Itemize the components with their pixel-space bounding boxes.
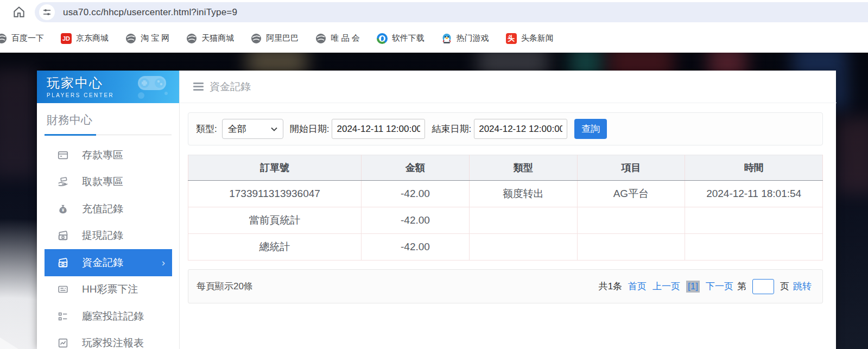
column-header-order-no: 訂單號	[188, 155, 362, 181]
sidebar-item-withdraw[interactable]: 取款專區	[45, 169, 172, 196]
content-header: 資金記錄	[180, 71, 837, 103]
sidebar-item-label: 存款專區	[82, 148, 123, 162]
table-cell-empty	[577, 207, 685, 234]
section-divider	[37, 134, 179, 136]
table-cell-label: 當前頁統計	[188, 207, 362, 234]
column-header-type: 類型	[469, 155, 577, 181]
sidebar-item-funds-record[interactable]: 資金記錄 ›	[45, 249, 172, 276]
end-date-input[interactable]	[474, 119, 567, 139]
sidebar-item-recharge[interactable]: ¥ 充值記錄	[45, 195, 172, 223]
bookmark-label: 唯 品 会	[331, 33, 359, 43]
start-date-input[interactable]	[332, 119, 425, 139]
bookmark-vip[interactable]: 唯 品 会	[315, 33, 359, 44]
column-header-time: 時間	[685, 155, 823, 181]
pagination-bar: 每頁顯示20條 共1条 首页 上一页 [1] 下一页 第 页 跳转	[188, 269, 823, 303]
first-page-link[interactable]: 首页	[628, 280, 647, 293]
search-button[interactable]: 查詢	[574, 119, 607, 139]
page-title: 資金記錄	[210, 80, 251, 94]
jump-prefix-label: 第	[737, 280, 746, 293]
total-count-text: 共1条	[599, 280, 622, 293]
page-size-text: 每頁顯示20條	[197, 280, 253, 293]
table-row-page-total: 當前頁統計 -42.00	[188, 207, 823, 234]
background-blur-blob	[0, 69, 38, 177]
cashout-icon	[57, 230, 69, 242]
home-icon[interactable]	[12, 5, 26, 19]
sidebar-item-label: HH彩票下注	[82, 282, 138, 296]
user-center-panel: 玩家中心 PLAYERS CENTER 財務中心 存款專區	[37, 71, 836, 349]
site-settings-icon[interactable]	[39, 4, 55, 20]
globe-icon	[186, 33, 197, 44]
bookmark-baidu[interactable]: 百度一下	[0, 33, 44, 44]
end-date-label: 結束日期:	[432, 123, 471, 135]
menu-toggle-icon[interactable]	[193, 83, 204, 91]
globe-icon	[125, 33, 136, 44]
hall-bet-record-icon	[57, 310, 69, 322]
table-cell-time: 2024-12-11 18:01:54	[685, 181, 823, 207]
table-header-row: 訂單號 金額 類型 項目 時間	[188, 155, 823, 181]
column-header-amount: 金額	[362, 155, 470, 181]
bookmark-label: 热门游戏	[457, 33, 489, 43]
prev-page-link[interactable]: 上一页	[652, 280, 680, 293]
table-cell-empty	[469, 234, 577, 261]
table-row-grand-total: 總統計 -42.00	[188, 234, 823, 261]
type-select[interactable]: 全部	[222, 119, 283, 139]
bookmark-toutiao[interactable]: 头 头条新闻	[506, 33, 554, 44]
next-page-link[interactable]: 下一页	[706, 280, 733, 293]
software-download-icon	[377, 33, 388, 44]
deposit-icon	[57, 149, 69, 161]
sidebar-item-label: 取款專區	[82, 175, 123, 189]
sidebar-item-deposit[interactable]: 存款專區	[45, 142, 172, 169]
page-jump-input[interactable]	[752, 279, 774, 294]
table-cell-label: 總統計	[188, 234, 362, 261]
sidebar: 玩家中心 PLAYERS CENTER 財務中心 存款專區	[37, 71, 179, 349]
column-header-item: 項目	[577, 155, 685, 181]
globe-icon	[251, 33, 262, 44]
browser-chrome: usa70.cc/hhcp/usercenter.html?iniType=9	[0, 0, 868, 24]
bookmark-software[interactable]: 软件下载	[377, 33, 425, 44]
table-cell-amount: -42.00	[362, 181, 470, 207]
sidebar-item-player-report[interactable]: 玩家投注報表	[45, 330, 172, 349]
sidebar-item-label: 充值記錄	[82, 202, 123, 216]
bookmark-label: 软件下载	[392, 33, 425, 43]
sidebar-item-label: 玩家投注報表	[82, 336, 144, 349]
sidebar-item-hh-lottery[interactable]: HH彩票下注	[45, 276, 172, 303]
jump-link[interactable]: 跳转	[793, 280, 812, 293]
bookmark-taobao[interactable]: 淘 宝 网	[125, 33, 169, 44]
filter-bar: 類型: 全部 開始日期: 結束日期: 查詢	[188, 112, 823, 145]
sidebar-item-hall-bets[interactable]: 廳室投註記錄	[45, 303, 172, 330]
withdraw-icon	[57, 176, 69, 188]
table-cell-amount: -42.00	[362, 234, 470, 261]
table-cell-type: 额度转出	[469, 181, 577, 207]
address-bar[interactable]: usa70.cc/hhcp/usercenter.html?iniType=9	[35, 2, 868, 22]
bookmark-games[interactable]: 热门游戏	[441, 33, 489, 44]
table-cell-empty	[685, 207, 823, 234]
bookmarks-bar: 百度一下 JD 京东商城 淘 宝 网 天猫商城 阿里巴巴 唯 品 会 软件下载	[0, 24, 868, 53]
bookmark-tmall[interactable]: 天猫商城	[186, 33, 234, 44]
type-label: 類型:	[196, 123, 217, 135]
penguin-game-icon	[441, 33, 452, 44]
current-page-indicator: [1]	[686, 281, 700, 293]
sidebar-item-label: 提現記錄	[82, 229, 123, 243]
sidebar-header: 玩家中心 PLAYERS CENTER	[37, 71, 179, 103]
bookmark-alibaba[interactable]: 阿里巴巴	[251, 33, 299, 44]
gamepad-icon	[128, 73, 175, 101]
page-background: 玩家中心 PLAYERS CENTER 財務中心 存款專區	[0, 53, 868, 349]
pagination-controls: 共1条 首页 上一页 [1] 下一页 第 页 跳转	[599, 279, 812, 294]
jump-suffix-label: 页	[780, 280, 789, 293]
bookmark-label: 天猫商城	[201, 33, 234, 43]
url-text[interactable]: usa70.cc/hhcp/usercenter.html?iniType=9	[63, 7, 237, 18]
sidebar-item-label: 廳室投註記錄	[82, 309, 144, 323]
type-select-value: 全部	[228, 123, 246, 135]
svg-text:¥: ¥	[62, 208, 65, 213]
chevron-right-icon: ›	[162, 257, 165, 269]
funds-record-table: 訂單號 金額 類型 項目 時間 1733911313936047 -42.00 …	[188, 155, 823, 261]
table-row: 1733911313936047 -42.00 额度转出 AG平台 2024-1…	[188, 181, 823, 207]
bookmark-jd[interactable]: JD 京东商城	[61, 33, 109, 44]
globe-icon	[315, 33, 326, 44]
finance-center-section-title: 財務中心	[37, 103, 179, 128]
bookmark-label: 百度一下	[11, 33, 44, 43]
recharge-icon: ¥	[57, 203, 69, 215]
sidebar-item-cashout[interactable]: 提現記錄	[45, 223, 172, 250]
table-cell-amount: -42.00	[362, 207, 470, 234]
funds-record-icon	[57, 257, 69, 269]
